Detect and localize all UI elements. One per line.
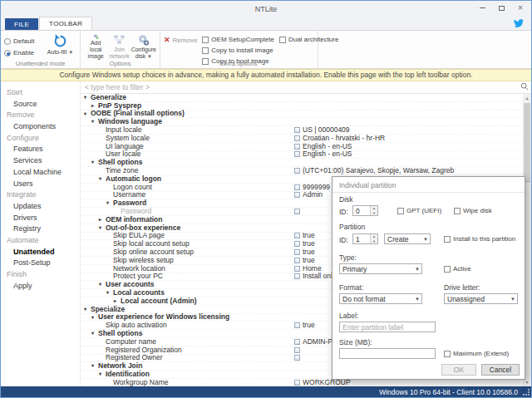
enable-mode-radio[interactable]: Enable	[4, 49, 42, 57]
expanded-arrow-icon[interactable]: ▾	[99, 371, 106, 378]
setting-value[interactable]: true	[294, 257, 315, 264]
setting-value[interactable]	[294, 355, 300, 362]
partition-id-spinner[interactable]: 1 ▲▼	[352, 233, 378, 244]
sidebar-item-unattended[interactable]: Unattended	[1, 247, 80, 258]
expanded-arrow-icon[interactable]: ▾	[84, 111, 91, 118]
expanded-arrow-icon[interactable]: ▾	[106, 289, 113, 297]
collapsed-arrow-icon[interactable]: ▸	[99, 216, 106, 224]
expanded-arrow-icon[interactable]: ▾	[91, 330, 98, 337]
tree-row-system-locale[interactable]: System localeCroatian - hrvatski - hr-HR	[81, 135, 523, 143]
create-dropdown[interactable]: Create▼	[384, 233, 431, 244]
install-to-partition-checkbox[interactable]: Install to this partition	[444, 235, 515, 243]
maximize-button[interactable]	[492, 2, 510, 14]
setting-label: ▾Network Join	[81, 362, 142, 370]
edit-field-icon	[294, 380, 300, 386]
setting-value[interactable]: English - en-US	[294, 143, 352, 150]
setting-value[interactable]: true	[294, 233, 315, 240]
scroll-up-icon[interactable]: ▲	[523, 94, 531, 102]
sidebar-item-apply[interactable]: Apply	[1, 281, 80, 292]
ribbon: Default Enable Auto-fill ▼ Unattended mo…	[1, 31, 531, 69]
tree-row-workgroup-name[interactable]: Workgroup NameWORKGROUP	[81, 379, 523, 386]
setting-value[interactable]: true	[294, 240, 315, 248]
setting-value[interactable]: true	[294, 322, 315, 329]
setting-value[interactable]: Croatian - hrvatski - hr-HR	[294, 135, 385, 142]
dual-architecture-checkbox[interactable]: Dual architecture	[279, 36, 338, 43]
disk-id-label: ID:	[339, 208, 348, 216]
checkbox-icon	[279, 37, 286, 43]
active-checkbox[interactable]: Active	[444, 265, 471, 273]
expanded-arrow-icon[interactable]: ▾	[99, 175, 106, 183]
close-button[interactable]: ×	[511, 2, 530, 14]
setting-value[interactable]	[294, 208, 300, 215]
remove-button[interactable]: ✕ Remove	[164, 37, 197, 47]
twitter-icon[interactable]	[514, 18, 524, 28]
spin-down-icon[interactable]: ▼	[371, 239, 377, 244]
format-dropdown[interactable]: Do not format▼	[339, 293, 422, 304]
setting-value[interactable]: true	[294, 248, 315, 256]
setting-label: ▾Local accounts	[81, 289, 165, 297]
add-local-image-button[interactable]: Add local image	[84, 32, 107, 60]
expanded-arrow-icon[interactable]: ▾	[84, 306, 91, 313]
configure-disk-button[interactable]: Configure disk ▼	[131, 32, 156, 60]
setting-value[interactable]: 9999999	[294, 184, 330, 191]
edit-field-icon	[294, 249, 300, 255]
expanded-arrow-icon[interactable]: ▾	[91, 362, 98, 370]
auto-fill-button[interactable]: Auto-fill ▼	[44, 32, 76, 60]
wipe-disk-checkbox[interactable]: Wipe disk	[454, 207, 492, 214]
setting-value[interactable]: (UTC+01:00) Sarajevo, Skopje, Warsaw, Za…	[294, 167, 454, 174]
tab-file[interactable]: FILE	[5, 18, 38, 30]
sidebar-item-source[interactable]: Source	[1, 99, 80, 111]
setting-value[interactable]: Home	[294, 265, 322, 273]
tree-row-ui-language[interactable]: UI languageEnglish - en-US	[81, 143, 523, 151]
disk-id-spinner[interactable]: 0 ▲▼	[352, 205, 378, 216]
scrollbar-thumb[interactable]	[524, 103, 530, 183]
expanded-arrow-icon[interactable]: ▾	[99, 224, 106, 232]
sidebar-item-users[interactable]: Users	[1, 179, 80, 190]
sidebar-item-post-setup[interactable]: Post-Setup	[1, 258, 80, 269]
gpt-uefi-checkbox[interactable]: GPT (UEFI)	[397, 207, 441, 214]
setting-value[interactable]: English - en-US	[294, 151, 352, 159]
expanded-arrow-icon[interactable]: ▾	[106, 199, 113, 207]
setting-value[interactable]: US | 00000409	[294, 126, 350, 134]
sidebar-item-updates[interactable]: Updates	[1, 201, 80, 213]
expanded-arrow-icon[interactable]: ▾	[84, 94, 91, 101]
setting-value[interactable]: WORKGROUP	[294, 379, 351, 386]
tree-row-user-locale[interactable]: User localeEnglish - en-US	[81, 151, 523, 160]
oem-setupcomplete-checkbox[interactable]: OEM SetupComplete	[202, 36, 274, 43]
expanded-arrow-icon[interactable]: ▾	[99, 281, 106, 288]
setting-value[interactable]	[294, 346, 300, 354]
sidebar-item-drivers[interactable]: Drivers	[1, 213, 80, 224]
sidebar-item-components[interactable]: Components	[1, 121, 80, 133]
sidebar-item-services[interactable]: Services	[1, 155, 80, 167]
size-input[interactable]	[339, 348, 436, 359]
setting-label: Skip online account setup	[81, 248, 194, 256]
join-network-button[interactable]: Join network	[107, 32, 131, 60]
resize-grip[interactable]	[523, 389, 530, 396]
tree-row-windows-language[interactable]: ▾Windows language	[81, 118, 523, 126]
cancel-button[interactable]: Cancel	[481, 364, 520, 376]
minimize-button[interactable]	[473, 2, 491, 14]
copy-to-install-image-checkbox[interactable]: Copy to install image	[202, 47, 274, 54]
drive-letter-dropdown[interactable]: Unassigned▼	[444, 293, 518, 304]
ok-button[interactable]: OK	[441, 364, 476, 376]
maximum-extend-checkbox[interactable]: Maximum (Extend)	[444, 350, 509, 357]
setting-label: ▾Shell options	[81, 159, 142, 166]
default-mode-radio[interactable]: Default	[4, 37, 42, 45]
sidebar-item-local-machine[interactable]: Local Machine	[1, 167, 80, 179]
sidebar-item-registry[interactable]: Registry	[1, 224, 80, 235]
collapsed-arrow-icon[interactable]: ▸	[114, 297, 121, 305]
tree-row-generalize[interactable]: ▾Generalize	[81, 94, 523, 102]
type-dropdown[interactable]: Primary▼	[339, 263, 422, 274]
expanded-arrow-icon[interactable]: ▾	[91, 118, 98, 125]
expanded-arrow-icon[interactable]: ▾	[91, 314, 98, 322]
filter-box[interactable]: < type here to filter >	[81, 81, 531, 94]
tree-row-shell-options[interactable]: ▾Shell options	[81, 159, 523, 167]
remove-icon: ✕	[164, 37, 170, 44]
setting-value[interactable]: Admin	[294, 192, 323, 199]
partition-label-input[interactable]	[339, 322, 436, 332]
sidebar-item-features[interactable]: Features	[1, 144, 80, 155]
spin-down-icon[interactable]: ▼	[371, 211, 377, 216]
tab-toolbar[interactable]: TOOLBAR	[39, 17, 92, 30]
expanded-arrow-icon[interactable]: ▾	[91, 159, 98, 166]
setting-label: Registered Owner	[81, 354, 163, 361]
